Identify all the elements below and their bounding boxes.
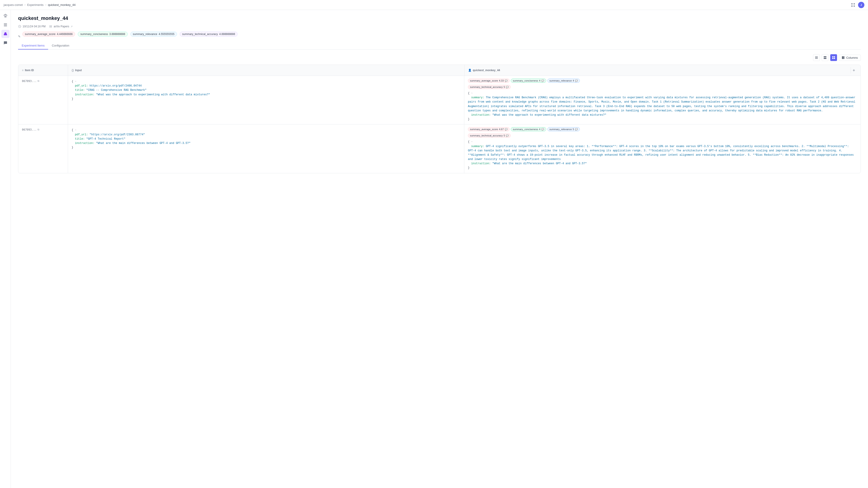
metric-val-avg-1: 4.67 — [499, 128, 504, 131]
metric-avg-score-1: summary_average_score 4.67 💬 — [468, 127, 509, 131]
score-name-3: summary_technical_accuracy — [182, 33, 218, 36]
input-cell-0: { ~ pdf_url: https://arxiv.org/pdf/2406.… — [68, 76, 464, 124]
svg-rect-7 — [4, 26, 7, 26]
svg-rect-16 — [824, 58, 827, 59]
th-input-icon: {} — [72, 69, 74, 72]
copy-icon-1[interactable]: ⧉ — [37, 128, 39, 131]
input-pdf-url-0: https://arxiv.org/pdf/2406.04744 — [90, 84, 142, 88]
add-column-button[interactable]: + — [850, 67, 857, 73]
dataset-meta[interactable]: arXiv Papers ↗ — [49, 25, 72, 28]
svg-rect-22 — [843, 56, 844, 59]
item-id-cell-1: 067093... ⧉ — [18, 125, 68, 173]
metric-name-rel-0: summary_relevance — [550, 79, 572, 82]
breadcrumb: jacques-comet > Experiments > quickest_m… — [4, 3, 75, 6]
view-medium-btn[interactable] — [822, 54, 829, 61]
copy-icon-0[interactable]: ⧉ — [37, 79, 39, 83]
svg-rect-10 — [50, 26, 52, 26]
svg-rect-0 — [851, 3, 852, 4]
metric-name-tech-0: summary_technical_accuracy — [470, 86, 503, 88]
th-input: {} Input — [68, 65, 465, 76]
svg-rect-11 — [50, 27, 52, 27]
svg-rect-8 — [4, 34, 7, 35]
result-cell-0: summary_average_score 4.33 💬 summary_con… — [464, 76, 861, 124]
item-id-value-0: 067093... — [22, 79, 37, 83]
tab-experiment-items[interactable]: Experiment Items — [18, 42, 48, 50]
clock-icon — [18, 25, 21, 28]
scores-edit-row: ✎ summary_average_score 4.446666666 summ… — [18, 32, 861, 41]
th-experiment: 👤 quickest_monkey_44 + — [465, 65, 861, 76]
svg-rect-15 — [824, 56, 827, 57]
svg-rect-1 — [854, 3, 855, 4]
columns-icon — [842, 56, 845, 59]
user-avatar[interactable]: J — [858, 2, 864, 8]
th-exp-icon: 👤 — [468, 69, 471, 72]
tab-bar: Experiment Items Configuration — [18, 42, 861, 50]
tab-configuration[interactable]: Configuration — [48, 42, 73, 50]
toolbar: Columns — [18, 54, 861, 61]
score-badge-3: summary_technical_accuracy 4.888888888 — [180, 32, 238, 37]
edit-scores-icon[interactable]: ✎ — [18, 35, 21, 38]
score-name-1: summary_conciseness — [80, 33, 108, 36]
result-cell-1: summary_average_score 4.67 💬 summary_con… — [464, 125, 861, 173]
chat-icon-rel-1: 💬 — [575, 128, 578, 131]
input-title-0: "CRAG -- Comprehensive RAG Benchmark" — [86, 89, 147, 92]
svg-rect-3 — [854, 5, 855, 7]
table-row: 067093... ⧉ { ~ pdf_url: https://arxiv.o… — [18, 76, 861, 125]
chat-icon-con-0: 💬 — [541, 79, 544, 82]
table-header: ≡ Item ID {} Input 👤 quickest_monkey_44 … — [18, 65, 861, 76]
sidebar-icon-home[interactable] — [1, 12, 9, 20]
th-item-id-icon: ≡ — [22, 69, 24, 72]
chat-icon-tech-1: 💬 — [506, 134, 508, 137]
svg-rect-14 — [815, 58, 818, 59]
nav-right: J — [851, 2, 864, 8]
score-badge-2: summary_relevance 4.555555555 — [130, 32, 177, 37]
input-code-1: { ~ pdf_url: "https://arxiv.org/pdf/2303… — [72, 128, 460, 150]
sidebar-icon-experiments[interactable] — [1, 30, 9, 38]
date-text: 10/11/24 04:16 PM — [23, 25, 45, 28]
item-id-cell-0: 067093... ⧉ — [18, 76, 68, 124]
chat-icon-0: 💬 — [505, 79, 507, 82]
chat-icon-con-1: 💬 — [541, 128, 544, 131]
metric-name-avg-1: summary_average_score — [470, 128, 498, 131]
result-metrics-row2-0: summary_technical_accuracy 5 💬 — [468, 85, 857, 89]
metric-name-avg-0: summary_average_score — [470, 79, 498, 82]
result-instruction-1: "What are the main differences between G… — [492, 162, 587, 165]
metric-tech-1: summary_technical_accuracy 5 💬 — [468, 133, 510, 138]
score-val-1: 3.888888888 — [110, 33, 125, 36]
breadcrumb-home[interactable]: jacques-comet — [4, 3, 23, 6]
input-cell-1: { ~ pdf_url: "https://arxiv.org/pdf/2303… — [68, 125, 464, 173]
columns-label: Columns — [846, 56, 858, 59]
svg-rect-20 — [834, 58, 835, 59]
result-content-1: { ~ summary: GPT-4 significantly outperf… — [468, 140, 857, 170]
th-item-id-label: Item ID — [25, 69, 34, 72]
chat-icon-tech-0: 💬 — [506, 86, 508, 88]
breadcrumb-experiments[interactable]: Experiments — [27, 3, 43, 6]
table-row: 067093... ⧉ { ~ pdf_url: "https://arxiv.… — [18, 125, 861, 173]
score-badge-0: summary_average_score 4.446666666 — [22, 32, 75, 37]
metric-conciseness-0: summary_conciseness 4 💬 — [511, 78, 546, 83]
dataset-text: arXiv Papers — [54, 25, 69, 28]
metric-val-con-0: 4 — [539, 79, 540, 82]
metric-name-con-0: summary_conciseness — [513, 79, 538, 82]
view-expanded-btn[interactable] — [830, 54, 837, 61]
sidebar-icon-list[interactable] — [1, 21, 9, 29]
database-icon — [49, 25, 52, 28]
metric-val-avg-0: 4.33 — [499, 79, 504, 82]
item-id-value-1: 067093... — [22, 128, 37, 131]
metric-relevance-0: summary_relevance 4 💬 — [548, 78, 580, 83]
sidebar-icon-comments[interactable] — [1, 39, 9, 47]
experiment-table: ≡ Item ID {} Input 👤 quickest_monkey_44 … — [18, 65, 861, 173]
apps-icon[interactable] — [851, 3, 855, 7]
svg-rect-21 — [842, 56, 843, 59]
metric-conciseness-1: summary_conciseness 4 💬 — [511, 127, 546, 131]
metric-val-rel-0: 4 — [573, 79, 574, 82]
result-instruction-0: "What was the approach to experimenting … — [492, 113, 606, 117]
top-nav: jacques-comet > Experiments > quickest_m… — [0, 0, 868, 10]
metric-val-con-1: 4 — [539, 128, 540, 131]
columns-button[interactable]: Columns — [839, 55, 861, 61]
view-compact-btn[interactable] — [813, 54, 820, 61]
result-summary-1: GPT-4 significantly outperforms GPT-3.5 … — [468, 145, 854, 161]
scores-row: summary_average_score 4.446666666 summar… — [22, 32, 238, 37]
svg-rect-2 — [851, 5, 852, 7]
meta-row: 10/11/24 04:16 PM arXiv Papers ↗ — [18, 25, 861, 28]
